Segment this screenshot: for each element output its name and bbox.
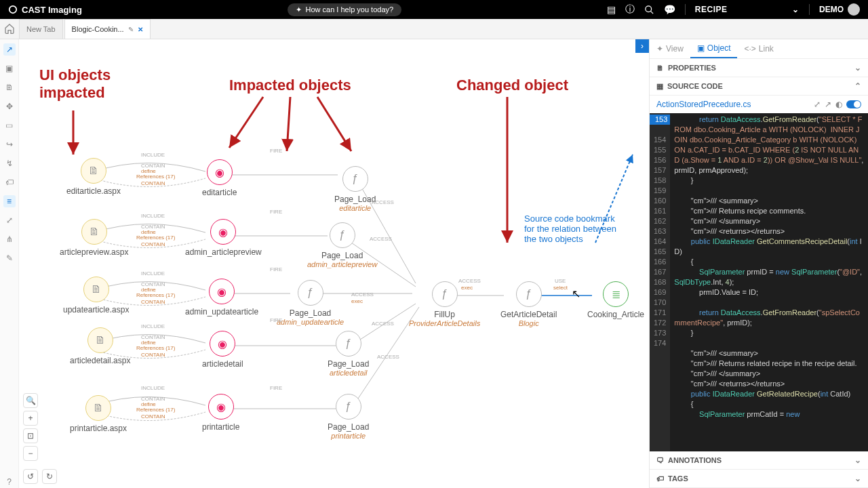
redo-button[interactable]: ↻ (42, 469, 57, 484)
tool-branch[interactable]: ↪ (3, 138, 16, 150)
rtab-link[interactable]: <·>Link (737, 39, 780, 58)
zoom-in[interactable]: + (23, 411, 38, 426)
tool-move[interactable]: ✥ (3, 100, 16, 113)
dark-toggle[interactable] (846, 100, 861, 108)
sparkle-icon: ✦ (296, 5, 302, 14)
svg-line-6 (317, 97, 351, 151)
tool-expand[interactable]: ⤢ (3, 214, 16, 226)
tab-new[interactable]: New Tab (19, 19, 63, 39)
moon-icon[interactable]: ◐ (835, 100, 842, 109)
edge-label: FIRE (270, 385, 282, 391)
graph-node-getarticledetail[interactable]: ƒGetArticleDetailBlogic (500, 281, 557, 327)
right-tabs: ✦View ▣Object <·>Link (650, 39, 868, 59)
chevron-down-icon: ⌄ (792, 5, 800, 14)
graph-node-articlepreview-aspx[interactable]: 🗎articlepreview.aspx (60, 219, 128, 257)
edge-label: CONTAIN (141, 180, 165, 186)
node-label: editarticle.aspx (66, 186, 121, 196)
graph-node-articledetail[interactable]: ◉articledetail (202, 331, 243, 369)
node-icon: 🗎 (81, 219, 107, 245)
help-button[interactable]: ✦ How can I help you today? (288, 3, 402, 16)
graph-node-page_load[interactable]: ƒPage_Loadprintarticle (328, 394, 369, 440)
node-icon: 🗎 (83, 277, 109, 302)
graph-node-printarticle-aspx[interactable]: 🗎printarticle.aspx (70, 395, 127, 433)
node-label: admin_updatearticle (185, 307, 258, 317)
node-icon: ƒ (330, 222, 355, 248)
edge-label: CONTAIN (141, 241, 165, 247)
graph-node-page_load[interactable]: ƒPage_Loadeditarticle (334, 166, 376, 212)
tool-layers[interactable]: ▣ (3, 62, 16, 75)
tool-graph[interactable]: ⋔ (3, 233, 16, 245)
node-icon: 🗎 (85, 395, 111, 421)
node-label: Page_Load (307, 251, 377, 260)
graph-node-cooking_article[interactable]: ≣Cooking_Article (587, 281, 644, 319)
tab-blogic-cooking[interactable]: Blogic-Cookin... ✎ ✕ (64, 19, 151, 39)
tool-path[interactable]: ↯ (3, 157, 16, 169)
section-annotations[interactable]: 🗨ANNOTATIONS ⌄ (650, 451, 868, 470)
tool-edit[interactable]: ✎ (3, 252, 16, 264)
book-icon[interactable]: ▤ (607, 4, 616, 15)
tool-help[interactable]: ? (3, 476, 16, 488)
expand-icon[interactable]: ⤢ (814, 100, 821, 109)
graph-canvas[interactable]: UI objects impacted Impacted objects Cha… (19, 39, 649, 488)
top-icons: ▤ ⓘ 💬 RECIPE ⌄ DEMO (607, 3, 860, 16)
node-sublabel: admin_articlepreview (307, 260, 377, 268)
tool-tag[interactable]: 🏷 (3, 176, 16, 188)
graph-node-page_load[interactable]: ƒPage_Loadarticledetail (328, 331, 369, 377)
tool-cursor[interactable]: ↗ (3, 43, 16, 56)
section-tags[interactable]: 🏷TAGS ⌄ (650, 470, 868, 488)
edge-label: References (17) (136, 292, 175, 298)
code-viewer[interactable]: 1531541551561571581591601611621631641651… (650, 113, 868, 451)
source-file-link[interactable]: ActionStoredPrecedure.cs (656, 100, 751, 109)
info-icon[interactable]: ⓘ (625, 3, 635, 16)
tool-filter[interactable]: ≡ (3, 195, 16, 207)
graph-node-editarticle-aspx[interactable]: 🗎editarticle.aspx (66, 158, 121, 196)
chevron-up-icon: ⌃ (854, 81, 861, 91)
svg-point-1 (646, 5, 652, 12)
zoom-fit[interactable]: ⊡ (23, 428, 38, 443)
close-icon[interactable]: ✕ (138, 26, 143, 33)
user-chip[interactable]: DEMO (819, 3, 860, 16)
node-icon: ◉ (207, 159, 233, 185)
project-select[interactable]: RECIPE ⌄ (695, 5, 800, 14)
graph-node-admin_articlepreview[interactable]: ◉admin_articlepreview (185, 219, 262, 257)
node-sublabel: editarticle (334, 204, 376, 212)
svg-line-2 (650, 11, 653, 14)
rtab-object[interactable]: ▣Object (690, 39, 738, 58)
graph-node-page_load[interactable]: ƒPage_Loadadmin_articlepreview (307, 222, 377, 268)
popout-icon[interactable]: ↗ (825, 100, 831, 109)
svg-point-0 (9, 6, 17, 14)
edge-label: ACCESS (372, 199, 394, 205)
edge-label: INCLUDE (141, 270, 165, 277)
node-label: updatearticle.aspx (63, 305, 129, 314)
zoom-search[interactable]: 🔍 (23, 393, 38, 408)
graph-node-editarticle[interactable]: ◉editarticle (202, 159, 237, 197)
node-sublabel: Blogic (500, 319, 557, 327)
undo-button[interactable]: ↺ (23, 469, 38, 484)
node-label: articlepreview.aspx (60, 247, 128, 257)
graph-node-printarticle[interactable]: ◉printarticle (202, 394, 239, 432)
tool-page[interactable]: 🗎 (3, 81, 16, 94)
chat-icon[interactable]: 💬 (664, 4, 675, 15)
zoom-out[interactable]: − (23, 446, 38, 461)
graph-node-admin_updatearticle[interactable]: ◉admin_updatearticle (185, 279, 258, 317)
pencil-icon[interactable]: ✎ (128, 26, 134, 33)
search-icon[interactable] (644, 5, 654, 15)
code-gutter: 1531541551561571581591601611621631641651… (650, 113, 670, 451)
left-tool-rail: ↗ ▣ 🗎 ✥ ▭ ↪ ↯ 🏷 ≡ ⤢ ⋔ ✎ ? (0, 39, 19, 488)
rtab-view[interactable]: ✦View (650, 39, 690, 58)
graph-node-page_load[interactable]: ƒPage_Loadadmin_updatearticle (277, 280, 344, 326)
edge-label: ACCESS (351, 291, 374, 298)
tool-select[interactable]: ▭ (3, 119, 16, 131)
anno-impacted: Impacted objects (229, 77, 351, 94)
node-label: printarticle (202, 422, 239, 432)
right-collapse-button[interactable]: › (635, 39, 649, 53)
edge-label: ACCESS (372, 321, 394, 327)
edge-label: References (17) (136, 174, 175, 180)
section-properties[interactable]: 🗎PROPERTIES ⌄ (650, 59, 868, 77)
section-source[interactable]: ▦SOURCE CODE ⌃ (650, 77, 868, 96)
chevron-down-icon: ⌄ (854, 455, 861, 465)
graph-node-updatearticle-aspx[interactable]: 🗎updatearticle.aspx (63, 277, 129, 314)
graph-node-articledetail-aspx[interactable]: 🗎articledetail.aspx (70, 327, 130, 365)
home-button[interactable] (3, 22, 16, 35)
edge-label: INCLUDE (141, 152, 165, 158)
